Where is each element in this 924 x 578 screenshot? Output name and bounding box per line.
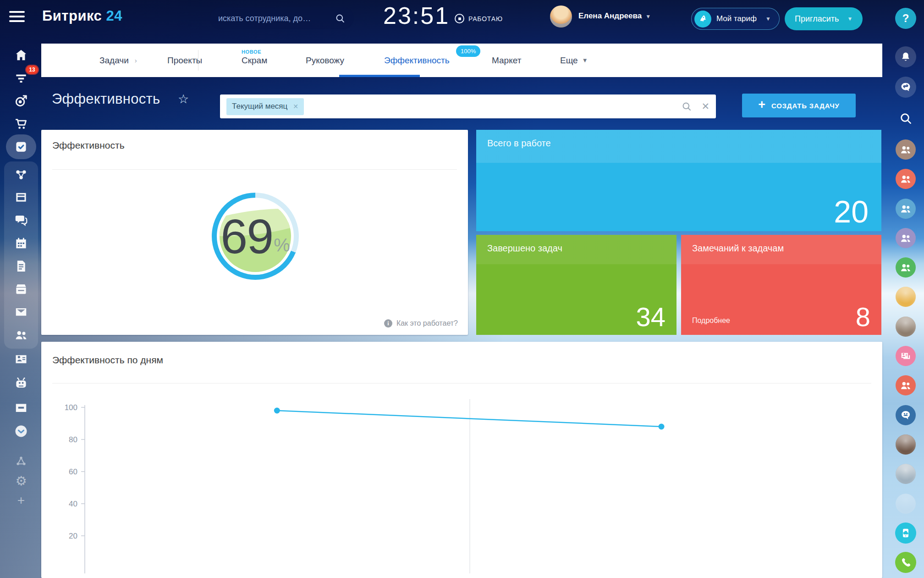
svg-text:80: 80 [69,435,77,444]
home-icon [14,48,28,62]
tab-скрам[interactable]: Скрам [242,44,267,77]
global-search[interactable] [210,7,354,29]
sidebar-item-contact-card[interactable] [11,349,32,370]
rail-mobile-cloud-button[interactable] [895,522,916,544]
phone-icon [900,556,912,568]
rail-help-button[interactable]: ? [895,8,916,29]
filter-chip[interactable]: Текущий месяц ✕ [226,98,304,115]
tab-маркет[interactable]: Маркет [492,44,521,77]
tile-total-in-progress[interactable]: Всего в работе 20 [476,130,881,231]
feed-icon [14,71,28,85]
divider [52,169,457,170]
sidebar-item-mail[interactable] [11,301,32,322]
group-avatar [900,144,912,156]
rail-search-button[interactable] [896,109,915,128]
sidebar-item-gear[interactable]: ⚙ [11,470,32,491]
rail-avatar-photo[interactable] [896,287,916,307]
how-it-works-link[interactable]: i Как это работает? [384,319,458,328]
tile-completed-tasks[interactable]: Завершено задач 34 [476,235,676,335]
tile-value: 34 [636,301,666,332]
page-title: Эффективность [52,91,160,107]
sidebar-item-inbox[interactable] [11,397,32,418]
status-label: РАБОТАЮ [468,15,503,22]
sidebar-item-chevron-down-circle[interactable] [11,421,32,442]
tile-task-remarks[interactable]: Замечаний к задачам Подробнее 8 [681,235,881,335]
sidebar-item-cart[interactable] [11,113,32,134]
group-avatar [900,379,912,391]
app-logo[interactable]: Битрикс 24 [42,8,122,24]
filter-search-bar[interactable]: Текущий месяц ✕ ✕ [220,94,716,118]
inbox-icon [14,400,28,414]
chevron-down-icon: ▼ [645,13,651,20]
clear-filter-icon[interactable]: ✕ [701,101,710,112]
sidebar-item-network[interactable] [11,164,32,185]
tile-value: 8 [856,301,870,332]
sidebar-item-chat[interactable] [11,210,32,231]
rail-avatar-chat-group[interactable] [896,405,916,425]
how-it-works-label: Как это работает? [396,319,458,328]
rail-avatar-email-contact[interactable] [896,346,916,366]
user-menu[interactable]: Елена Андреева▼ [578,11,651,21]
tab-руковожу[interactable]: Руковожу [306,44,344,77]
tab-label: Скрам [242,56,267,66]
sidebar-item-robot[interactable] [11,372,32,394]
chat-icon [14,213,28,227]
rail-messenger-button[interactable] [895,77,916,98]
sidebar-item-target[interactable] [11,90,32,111]
work-clock[interactable]: 23:51 [383,2,450,29]
sidebar-item-document[interactable] [11,256,32,277]
sidebar-item-calendar[interactable] [11,233,32,254]
details-link[interactable]: Подробнее [692,317,730,325]
search-icon[interactable] [681,101,692,112]
rail-avatar-group[interactable] [896,199,916,219]
sidebar-item-people[interactable] [11,324,32,345]
rail-avatar-group[interactable] [896,228,916,248]
sidebar-item-plus[interactable]: + [11,490,32,511]
rail-avatar-photo[interactable] [896,434,916,455]
tab-эффективность[interactable]: Эффективность [384,44,450,77]
rail-avatar-group[interactable] [896,257,916,278]
chat-group-avatar [900,409,912,421]
chip-remove-icon[interactable]: ✕ [293,103,298,110]
sidebar-item-tasks[interactable] [11,136,32,157]
rail-avatar-group[interactable] [896,139,916,160]
rail-avatar-photo[interactable] [896,464,916,484]
global-search-input[interactable] [218,14,335,23]
rail-avatar-photo[interactable] [896,317,916,337]
my-tariff-button[interactable]: Мой тариф ▼ [691,8,780,30]
tasks-icon [14,140,28,154]
work-status-button[interactable]: РАБОТАЮ [455,14,503,23]
favorite-star-icon[interactable]: ☆ [178,92,189,106]
plus-icon: + [758,99,765,111]
tab-задачи[interactable]: Задачи› [99,44,137,77]
rail-avatar-photo[interactable] [896,494,916,514]
tab-label: Маркет [492,56,521,66]
rail-phone-button[interactable] [895,552,916,573]
user-avatar[interactable] [550,6,572,28]
tab-проекты[interactable]: Проекты [167,44,202,77]
chevron-down-icon: ▼ [765,16,771,22]
main-nav-tabbar: Задачи›ПроектыСкрамНОВОЕРуковожуЭффектив… [41,44,882,77]
create-task-button[interactable]: + СОЗДАТЬ ЗАДАЧУ [742,94,856,117]
efficiency-card: Эффективность 69 % i Как это работает? [41,130,468,335]
tab-еще[interactable]: Еще▼ [560,44,588,77]
left-sidebar-rail: 13⚙+ [0,0,42,578]
group-avatar [900,203,912,215]
people-icon [14,328,28,342]
sidebar-item-share[interactable] [11,450,32,472]
rail-avatar-group[interactable] [896,169,916,189]
search-icon[interactable] [335,13,346,24]
help-icon: ? [902,12,909,25]
tab-label: Еще [560,56,578,66]
calendar-icon [14,236,28,250]
tab-label: Проекты [167,56,202,66]
sidebar-item-browser[interactable] [11,187,32,208]
invite-button[interactable]: Пригласить ▼ [785,7,863,30]
rail-bell-button[interactable] [895,46,916,67]
sidebar-item-home[interactable] [11,44,32,66]
rail-avatar-group[interactable] [896,375,916,395]
chevron-down-icon: ▼ [582,57,588,64]
rocket-icon [694,11,711,28]
sidebar-item-drive[interactable] [11,278,32,300]
share-icon [14,454,28,468]
